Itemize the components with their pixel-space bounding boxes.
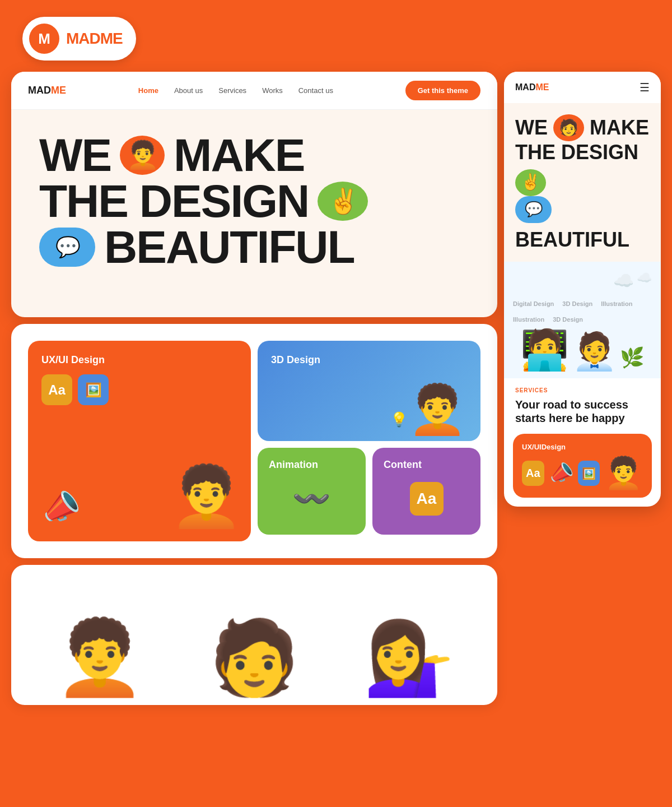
- scroll-item-4: Illustration: [513, 316, 544, 323]
- ux-icons: Aa 🖼️: [41, 374, 237, 405]
- scroll-item-2: 3D Design: [562, 300, 592, 307]
- mobile-people: 🧑‍💻 🧑‍💼 🌿: [513, 330, 652, 369]
- scroll-item-5: 3D Design: [553, 316, 583, 323]
- bottom-chars-section: 🧑‍🦱 🧑 💁‍♀️: [11, 565, 497, 705]
- content-title: Content: [384, 459, 469, 471]
- bottom-char-1: 🧑‍🦱: [54, 621, 145, 694]
- desktop-nav: MADME Home About us Services Works Conta…: [11, 72, 497, 110]
- img-icon: 🖼️: [78, 374, 109, 405]
- aa-icon: Aa: [41, 374, 72, 405]
- mobile-line-2: THE DESIGN ✌️: [515, 141, 650, 196]
- hero-title: WE 🧑‍🦱 MAKE THE DESIGN ✌️: [39, 132, 469, 270]
- services-section: UX/UI Design Aa 🖼️ 📣 🧑‍🦱: [11, 324, 497, 558]
- top-logo-bar: M MADME: [0, 0, 672, 72]
- services-grid: UX/UI Design Aa 🖼️ 📣 🧑‍🦱: [28, 341, 480, 541]
- hero-we: WE: [39, 132, 111, 178]
- bottom-char-2: 🧑: [209, 621, 300, 694]
- service-card-ux: UX/UI Design Aa 🖼️ 📣 🧑‍🦱: [28, 341, 251, 541]
- ux-title: UX/UI Design: [41, 354, 237, 366]
- scroll-row-1: Digital Design 3D Design Illustration: [513, 296, 652, 312]
- brand-logo: M MADME: [22, 17, 136, 61]
- get-theme-button[interactable]: Get this theme: [405, 81, 480, 100]
- hero-line-3: 💬 BEAUTIFUL: [39, 224, 469, 270]
- scroll-item-3: Illustration: [601, 300, 632, 307]
- content-aa-box: Aa: [410, 482, 444, 516]
- logo-part1: MAD: [66, 30, 100, 47]
- main-content: MADME Home About us Services Works Conta…: [0, 72, 672, 716]
- cloud-icon-1: ☁️: [613, 271, 634, 290]
- mobile-success: SERVICES Your road to success starts her…: [504, 378, 661, 434]
- mobile-img-box: 🖼️: [578, 461, 600, 486]
- logo-circle: M: [29, 24, 59, 54]
- scroll-item-1: Digital Design: [513, 300, 554, 307]
- mobile-mockup-container: MADME ☰ WE 🧑 MAKE THE DESIGN ✌️: [504, 72, 661, 705]
- scroll-row-2: Illustration 3D Design: [513, 312, 652, 327]
- nav-links: Home About us Services Works Contact us: [138, 86, 333, 95]
- bottom-service-row: Animation 〰️ Content Aa: [258, 448, 480, 535]
- mobile-brand: MADME: [515, 82, 549, 92]
- mobile-aa-box: Aa: [522, 461, 544, 486]
- animation-icon: 〰️: [292, 481, 331, 517]
- mobile-person-2: 🧑‍💼: [572, 333, 617, 369]
- mobile-nav: MADME ☰: [504, 72, 661, 103]
- nav-about[interactable]: About us: [174, 86, 203, 95]
- mobile-the-design: THE DESIGN: [515, 141, 638, 164]
- logo-part2: ME: [100, 30, 123, 47]
- nav-works[interactable]: Works: [262, 86, 283, 95]
- mobile-hero-title: WE 🧑 MAKE THE DESIGN ✌️ 💬 BEAUTIFUL: [515, 114, 650, 251]
- combined-section: MADME Home About us Services Works Conta…: [11, 72, 661, 705]
- nav-services[interactable]: Services: [218, 86, 246, 95]
- hero-line-2: THE DESIGN ✌️: [39, 178, 469, 224]
- service-card-animation: Animation 〰️: [258, 448, 366, 535]
- success-title: Your road to success starts here be happ…: [515, 398, 650, 425]
- mobile-line-1: WE 🧑 MAKE: [515, 114, 650, 141]
- hero-beautiful: BEAUTIFUL: [104, 224, 354, 270]
- hero-chat-blob: 💬: [39, 228, 95, 267]
- ux-character: 🧑‍🦱: [170, 467, 243, 526]
- cloud-icon-2: ☁️: [637, 271, 652, 290]
- mobile-ui-icons: Aa 📣 🖼️ 🧑‍🦱: [522, 458, 643, 489]
- mobile-ui-card: UX/UIDesign Aa 📣 🖼️ 🧑‍🦱: [513, 434, 652, 498]
- logo-letter: M: [38, 30, 50, 48]
- hero-hand-blob: ✌️: [318, 182, 368, 221]
- hero-make: MAKE: [174, 132, 304, 178]
- animation-title: Animation: [269, 459, 354, 471]
- bottom-char-3: 💁‍♀️: [363, 621, 454, 694]
- mobile-hero: WE 🧑 MAKE THE DESIGN ✌️ 💬 BEAUTIFUL: [504, 103, 661, 262]
- hero-character-blob: 🧑‍🦱: [120, 136, 165, 175]
- mobile-hand-blob: ✌️: [515, 169, 546, 196]
- 3d-title: 3D Design: [271, 354, 467, 366]
- mobile-person-1: 🧑‍💻: [520, 330, 569, 369]
- mobile-make: MAKE: [590, 117, 649, 139]
- left-side: MADME Home About us Services Works Conta…: [11, 72, 497, 705]
- mobile-scroll-section: ☁️ ☁️ Digital Design 3D Design Illustrat…: [504, 262, 661, 378]
- hero-the-design: THE DESIGN: [39, 178, 309, 224]
- hero-line-1: WE 🧑‍🦱 MAKE: [39, 132, 469, 178]
- mobile-beautiful: BEAUTIFUL: [515, 229, 629, 251]
- plant-icon: 🌿: [620, 346, 645, 369]
- mobile-megaphone-icon: 📣: [546, 459, 576, 488]
- mobile-we: WE: [515, 117, 548, 139]
- 3d-character: 🧑‍🦱: [408, 386, 467, 433]
- desktop-mockup: MADME Home About us Services Works Conta…: [11, 72, 497, 317]
- right-services-col: 3D Design 💡 🧑‍🦱 Animation 〰️: [258, 341, 480, 535]
- services-tag: SERVICES: [515, 387, 650, 393]
- mobile-card-char: 🧑‍🦱: [604, 458, 643, 489]
- mobile-line-3: 💬 BEAUTIFUL: [515, 196, 650, 251]
- nav-home[interactable]: Home: [138, 86, 158, 95]
- mobile-ui-title: UX/UIDesign: [522, 443, 643, 451]
- nav-contact[interactable]: Contact us: [298, 86, 333, 95]
- mobile-chat-blob: 💬: [515, 196, 552, 223]
- cloud-area: ☁️ ☁️: [513, 271, 652, 290]
- mobile-mockup: MADME ☰ WE 🧑 MAKE THE DESIGN ✌️: [504, 72, 661, 507]
- megaphone-icon: 📣: [38, 485, 84, 530]
- mobile-char-blob: 🧑: [553, 114, 584, 141]
- nav-brand: MADME: [28, 85, 66, 96]
- logo-text: MADME: [66, 30, 123, 48]
- service-card-content: Content Aa: [372, 448, 480, 535]
- hero-section: WE 🧑‍🦱 MAKE THE DESIGN ✌️: [11, 110, 497, 317]
- service-card-3d: 3D Design 💡 🧑‍🦱: [258, 341, 480, 441]
- lightbulb-icon: 💡: [390, 411, 408, 428]
- hamburger-icon[interactable]: ☰: [640, 81, 650, 94]
